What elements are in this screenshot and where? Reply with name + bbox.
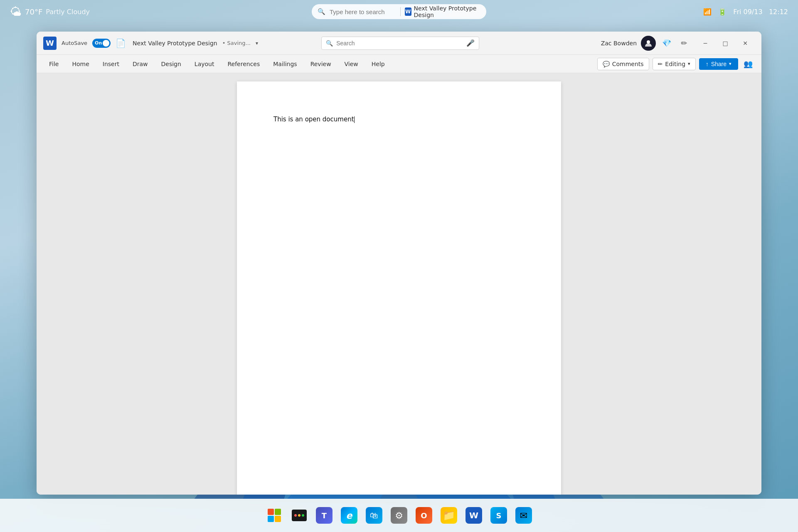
user-area: Zac Bowden 💎 ✏️ [601,36,691,51]
taskbar-search-bar[interactable]: 🔍 W Next Valley Prototype Design [312,4,486,19]
taskbar-icon-mail[interactable]: ✉️ [513,505,534,526]
user-avatar[interactable] [641,36,656,51]
word-window: W AutoSave On 📄 Next Valley Prototype De… [37,32,761,495]
svg-rect-10 [268,516,274,522]
taskbar-icon-settings[interactable]: ⚙ [388,505,410,526]
word-icon-taskbar: W [405,7,411,16]
system-tray: 📶 🔋 Fri 09/13 12:12 [703,8,788,16]
comment-icon: 💬 [603,61,610,67]
comments-button[interactable]: 💬 Comments [597,58,649,70]
title-bar: W AutoSave On 📄 Next Valley Prototype De… [37,32,761,55]
taskbar-search-app: W Next Valley Prototype Design [405,5,480,18]
svg-point-7 [647,40,650,44]
search-divider [400,7,401,16]
doc-dropdown-icon[interactable]: ▾ [256,40,258,46]
autosave-on-label: On [95,40,102,46]
menu-item-help[interactable]: Help [366,58,391,70]
svg-rect-9 [275,509,281,515]
time: 12:12 [769,8,788,16]
taskbar-icon-word[interactable]: W [463,505,485,526]
comments-label: Comments [612,61,644,67]
menu-item-draw[interactable]: Draw [127,58,154,70]
document-page[interactable]: This is an open document [237,81,561,495]
weather-icon: 🌤 [10,5,22,19]
doc-title: Next Valley Prototype Design [133,40,217,47]
menu-bar: File Home Insert Draw Design Layout Refe… [37,55,761,73]
search-icon: 🔍 [318,8,325,15]
window-controls: ─ □ ✕ [696,37,755,50]
weather-condition: Partly Cloudy [46,8,90,16]
battery-icon: 🔋 [718,8,727,16]
maximize-button[interactable]: □ [716,37,735,50]
taskbar-icon-start[interactable] [264,505,285,526]
search-icon-title: 🔍 [326,40,333,47]
svg-rect-8 [268,509,274,515]
taskbar-icon-skype[interactable]: S [488,505,510,526]
editing-button[interactable]: ✏️ Editing ▾ [653,58,696,70]
editing-chevron: ▾ [688,61,690,66]
date: Fri 09/13 [733,8,762,16]
toolbar-right: 💬 Comments ✏️ Editing ▾ ↑ Share ▾ 👥 [597,57,755,71]
taskbar-icon-office[interactable]: O [413,505,435,526]
share-chevron: ▾ [729,61,732,66]
title-search-bar[interactable]: 🔍 🎤 [321,37,479,50]
svg-rect-11 [275,516,281,522]
doc-icon: 📄 [116,38,126,48]
taskbar-icon-edge[interactable]: e [338,505,360,526]
menu-item-home[interactable]: Home [66,58,95,70]
edit-icon: ✏️ [658,61,663,67]
mic-icon[interactable]: 🎤 [466,39,475,47]
close-button[interactable]: ✕ [736,37,755,50]
taskbar-icon-explorer[interactable]: 📁 [438,505,460,526]
autosave-toggle[interactable]: On [92,39,111,48]
weather-temperature: 70°F [25,7,42,16]
text-cursor [354,116,355,123]
menu-item-references[interactable]: References [222,58,266,70]
pen-icon[interactable]: ✏️ [677,37,691,50]
menu-item-insert[interactable]: Insert [97,58,125,70]
editing-label: Editing [665,61,685,67]
menu-item-file[interactable]: File [43,58,64,70]
doc-save-status: • Saving... [222,40,251,46]
menu-item-mailings[interactable]: Mailings [267,58,303,70]
menu-item-layout[interactable]: Layout [189,58,220,70]
title-search-input[interactable] [336,40,463,47]
wifi-icon: 📶 [703,8,712,16]
toggle-thumb [103,40,109,47]
taskbar-doc-title: Next Valley Prototype Design [414,5,480,18]
minimize-button[interactable]: ─ [696,37,715,50]
taskbar-icon-teams[interactable]: T [313,505,335,526]
collaborate-button[interactable]: 👥 [741,57,755,71]
system-bar: 🌤 70°F Partly Cloudy 🔍 W Next Valley Pro… [0,0,798,23]
datetime: Fri 09/13 12:12 [733,8,788,16]
menu-item-design[interactable]: Design [155,58,187,70]
share-icon: ↑ [706,61,709,67]
document-content: This is an open document [273,115,525,124]
share-label: Share [711,61,727,67]
document-area[interactable]: This is an open document [37,73,761,495]
weather-widget[interactable]: 🌤 70°F Partly Cloudy [10,5,90,19]
search-input[interactable] [330,8,396,15]
diamond-icon[interactable]: 💎 [660,37,673,50]
word-logo: W [43,37,57,50]
taskbar: T e 🛍 ⚙ O 📁 W S ✉️ [0,499,798,532]
share-button[interactable]: ↑ Share ▾ [699,58,738,70]
taskbar-icon-terminal[interactable] [288,505,310,526]
menu-item-review[interactable]: Review [305,58,337,70]
menu-item-view[interactable]: View [339,58,364,70]
autosave-label: AutoSave [62,40,87,46]
taskbar-icon-store[interactable]: 🛍 [363,505,385,526]
user-name: Zac Bowden [601,40,637,47]
